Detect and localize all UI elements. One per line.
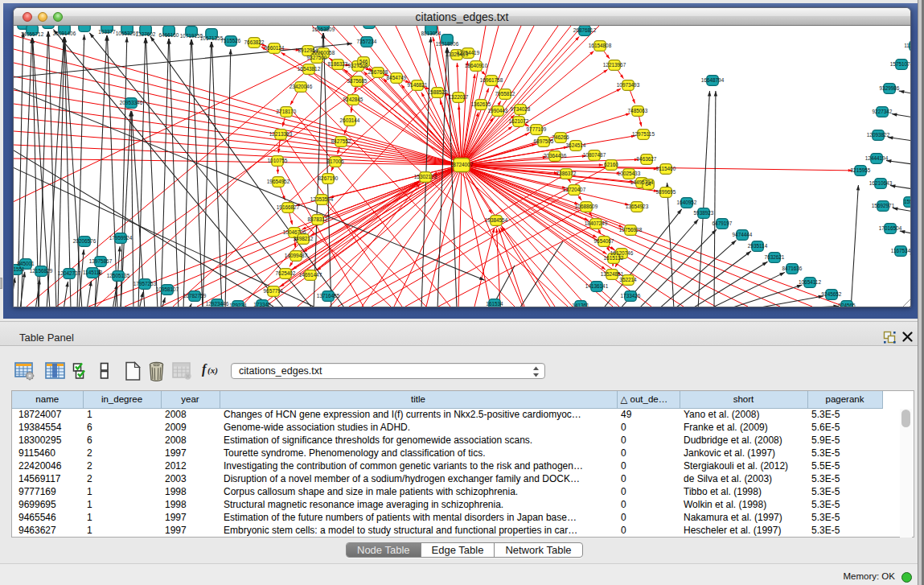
svg-text:13654923: 13654923	[626, 204, 649, 209]
svg-text:20206576: 20206576	[73, 238, 97, 244]
svg-text:9657791: 9657791	[264, 288, 284, 294]
svg-text:3624514: 3624514	[566, 142, 586, 148]
svg-text:1990443: 1990443	[488, 108, 508, 113]
svg-text:18407249: 18407249	[585, 220, 608, 226]
svg-text:13720407: 13720407	[563, 187, 586, 192]
svg-text:2935114: 2935114	[748, 243, 768, 249]
svg-text:12213967: 12213967	[603, 62, 626, 68]
svg-text:10973493: 10973493	[617, 82, 640, 88]
svg-text:391551: 391551	[14, 266, 25, 272]
svg-text:11123525: 11123525	[904, 43, 910, 48]
svg-text:1640952: 1640952	[677, 200, 697, 205]
svg-text:12042737: 12042737	[58, 270, 81, 276]
svg-text:1362615: 1362615	[471, 101, 491, 107]
svg-text:19166827: 19166827	[277, 204, 300, 210]
svg-text:12505135: 12505135	[107, 273, 130, 278]
svg-text:14055712: 14055712	[21, 31, 44, 37]
svg-text:18724007: 18724007	[450, 162, 474, 167]
svg-text:19384554: 19384554	[485, 217, 508, 223]
svg-text:16543812: 16543812	[298, 66, 321, 72]
svg-text:13524851: 13524851	[601, 271, 624, 277]
svg-text:17957253: 17957253	[133, 281, 157, 286]
svg-text:6479197: 6479197	[713, 220, 733, 226]
svg-text:62160: 62160	[604, 162, 618, 167]
svg-text:9115460: 9115460	[656, 166, 676, 171]
svg-text:9777109: 9777109	[527, 126, 547, 132]
svg-text:8186323: 8186323	[328, 61, 348, 67]
svg-text:14691447: 14691447	[299, 272, 322, 278]
svg-text:1145113: 1145113	[83, 270, 102, 275]
svg-text:9329986: 9329986	[880, 85, 900, 91]
svg-text:1733426: 1733426	[621, 293, 641, 299]
svg-text:12353594: 12353594	[310, 196, 334, 202]
svg-text:7386372: 7386372	[556, 171, 577, 176]
svg-text:8878312: 8878312	[308, 216, 328, 222]
svg-text:3875685: 3875685	[347, 78, 368, 84]
svg-text:7515526: 7515526	[221, 38, 241, 43]
svg-text:12213363: 12213363	[269, 131, 293, 137]
svg-text:16782759: 16782759	[183, 293, 207, 299]
svg-text:15751074: 15751074	[890, 61, 910, 67]
svg-text:64: 64	[645, 181, 651, 187]
svg-text:129234: 129234	[229, 303, 247, 307]
svg-text:924565: 924565	[838, 303, 856, 307]
svg-text:19218906: 19218906	[436, 41, 459, 47]
svg-text:16961758: 16961758	[480, 77, 503, 83]
svg-text:5938923: 5938923	[694, 210, 714, 216]
svg-text:546: 546	[359, 59, 368, 64]
svg-text:18640910: 18640910	[465, 63, 488, 68]
svg-text:26876812: 26876812	[573, 27, 597, 33]
svg-text:141361: 141361	[572, 303, 589, 307]
svg-text:20953346: 20953346	[120, 100, 143, 105]
svg-text:10688609: 10688609	[575, 204, 598, 209]
svg-text:14136141: 14136141	[585, 283, 609, 289]
svg-text:1327602: 1327602	[136, 31, 156, 37]
svg-text:9242845: 9242845	[343, 97, 363, 102]
svg-text:10671355: 10671355	[200, 35, 224, 41]
svg-text:7485063: 7485063	[628, 108, 648, 113]
svg-text:8427552: 8427552	[331, 138, 351, 144]
svg-text:17959924: 17959924	[109, 235, 133, 241]
svg-text:8471636: 8471636	[782, 266, 803, 271]
svg-text:103377: 103377	[98, 29, 116, 35]
svg-text:16053809: 16053809	[312, 27, 335, 32]
svg-text:20364436: 20364436	[544, 153, 567, 159]
svg-text:16154808: 16154808	[589, 43, 612, 48]
svg-text:6897505: 6897505	[534, 138, 554, 144]
svg-text:7632621: 7632621	[765, 254, 785, 260]
svg-text:1167534: 1167534	[891, 248, 910, 253]
svg-text:12444194: 12444194	[865, 155, 889, 161]
svg-text:2603144: 2603144	[340, 117, 360, 123]
svg-text:14099487: 14099487	[285, 253, 308, 258]
svg-text:1322037: 1322037	[449, 94, 469, 100]
svg-text:19654952: 19654952	[267, 179, 290, 184]
svg-text:15692971: 15692971	[872, 203, 895, 208]
svg-text:746266: 746266	[552, 134, 569, 140]
svg-text:9734028: 9734028	[511, 106, 531, 112]
svg-text:17016504: 17016504	[879, 225, 902, 231]
svg-text:161534: 161534	[486, 301, 503, 307]
svg-text:352214: 352214	[619, 277, 637, 282]
svg-text:173342: 173342	[253, 302, 271, 307]
svg-text:7955812: 7955812	[495, 91, 515, 97]
svg-text:10025433: 10025433	[618, 171, 641, 176]
svg-text:7357234: 7357234	[357, 39, 377, 44]
svg-text:9474444: 9474444	[733, 232, 753, 237]
svg-text:10958107: 10958107	[156, 286, 179, 292]
svg-text:13716485: 13716485	[317, 293, 340, 299]
svg-text:7625402: 7625402	[276, 270, 296, 276]
svg-text:2867608: 2867608	[368, 69, 388, 75]
svg-text:16648794: 16648794	[701, 77, 725, 83]
svg-text:8215955: 8215955	[851, 167, 871, 173]
svg-text:1615132: 1615132	[604, 255, 624, 261]
svg-text:9463627: 9463627	[637, 156, 657, 162]
svg-text:9245652: 9245652	[822, 291, 842, 297]
svg-text:10807487: 10807487	[583, 152, 606, 158]
svg-text:6466160: 6466160	[159, 32, 179, 38]
svg-text:7663822: 7663822	[244, 39, 265, 45]
svg-text:8454749: 8454749	[387, 75, 407, 80]
svg-text:16210643: 16210643	[869, 180, 893, 186]
svg-text:9654067: 9654067	[594, 238, 614, 244]
svg-text:845001: 845001	[17, 261, 35, 266]
svg-text:12254419: 12254419	[457, 50, 480, 56]
